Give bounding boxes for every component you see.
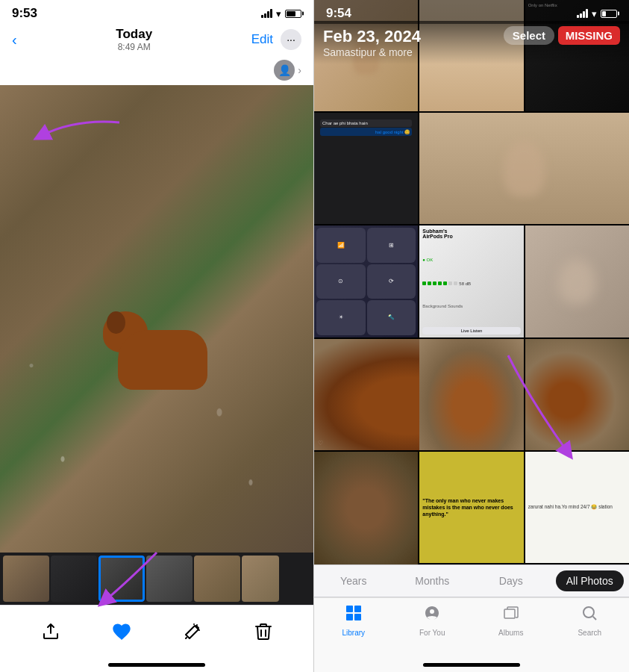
- mosaic-cell-chat[interactable]: Char ae phi bhata hain hal good night 😊: [314, 113, 418, 224]
- svg-rect-4: [354, 606, 361, 612]
- edit-button[interactable]: Edit: [251, 32, 273, 47]
- svg-point-8: [583, 607, 594, 617]
- right-panel: 9:54 ▾ Feb 23, 2024 Samastipur & more MI…: [314, 0, 629, 672]
- tab-days[interactable]: Days: [472, 565, 551, 597]
- svg-rect-6: [354, 614, 361, 620]
- signal-icon-right: [577, 9, 588, 18]
- signal-icon: [261, 9, 272, 18]
- nav-library[interactable]: Library: [314, 604, 393, 637]
- library-icon: [345, 604, 363, 626]
- missing-badge: MISSING: [558, 26, 620, 45]
- svg-rect-7: [504, 609, 515, 618]
- blurred-person: [558, 259, 595, 304]
- thumbnail-2[interactable]: [51, 556, 97, 602]
- nav-search[interactable]: Search: [551, 604, 630, 637]
- bottom-toolbar: [0, 605, 313, 657]
- mosaic-cell-person[interactable]: [419, 113, 629, 224]
- home-indicator-right: [314, 657, 629, 672]
- chevron-down-icon: ›: [298, 64, 301, 76]
- wifi-icon-right: ▾: [592, 8, 597, 19]
- thumbnail-1[interactable]: [3, 556, 49, 602]
- airpods-sounds-label: Background Sounds: [422, 304, 520, 308]
- heart-icon: [111, 621, 132, 642]
- tab-years[interactable]: Years: [314, 565, 393, 597]
- mosaic-cell-person2[interactable]: [525, 225, 629, 337]
- thumbnail-6[interactable]: [242, 556, 279, 602]
- tab-all-photos-label: All Photos: [556, 570, 624, 591]
- nav-title: Today: [116, 27, 152, 42]
- more-options-button[interactable]: ···: [281, 29, 301, 50]
- bottom-nav-right: Library For You Albums: [314, 597, 629, 657]
- library-label: Library: [342, 629, 365, 637]
- select-button[interactable]: Select: [504, 26, 554, 45]
- mosaic-cell-airpods[interactable]: Subham'sAirPods Pro ● OK 58 dB Backgroun…: [419, 225, 523, 337]
- svg-point-2: [193, 623, 195, 625]
- avatar-bar: 👤 ›: [0, 58, 313, 85]
- tab-all-photos[interactable]: All Photos: [551, 565, 630, 597]
- back-button[interactable]: ‹: [12, 31, 17, 49]
- magic-wand-icon: [184, 623, 201, 641]
- time-left: 9:53: [12, 6, 37, 21]
- trash-button[interactable]: [247, 615, 280, 648]
- magic-wand-button[interactable]: [176, 615, 209, 648]
- battery-icon: [285, 10, 301, 18]
- mosaic-cell-dog1[interactable]: [419, 339, 523, 450]
- photo-mosaic: Only on Netflix Char ae phi bhata hain h…: [314, 0, 629, 564]
- main-photo: [0, 85, 313, 553]
- tab-months[interactable]: Months: [393, 565, 472, 597]
- home-indicator-left: [0, 657, 313, 672]
- airpods-live: Live Listen: [422, 327, 520, 335]
- nav-albums[interactable]: Albums: [472, 604, 551, 637]
- svg-point-1: [198, 629, 200, 631]
- avatar: 👤: [274, 60, 295, 81]
- thumbnail-4[interactable]: [146, 556, 193, 602]
- mosaic-cell-chat2[interactable]: zarurat nahi ha.Yo mind 24/7 😂 slation: [525, 452, 629, 563]
- status-bar-right: 9:54 ▾: [314, 0, 629, 24]
- share-button[interactable]: [34, 615, 67, 648]
- mosaic-cell-control[interactable]: 📶 ⊞ ⊙ ⟳ ☀ 🔦: [314, 225, 418, 337]
- status-icons-right: ▾: [577, 8, 617, 19]
- main-photo-image: [0, 85, 313, 553]
- home-bar-left: [108, 663, 205, 667]
- svg-point-0: [196, 624, 198, 626]
- nav-subtitle: 8:49 AM: [116, 42, 152, 52]
- search-icon: [581, 604, 598, 626]
- trash-icon: [255, 623, 272, 641]
- dog-main-overlay: [103, 308, 237, 412]
- thumbnail-3-selected[interactable]: [98, 556, 145, 602]
- chat2-text: zarurat nahi ha.Yo mind 24/7 😂 slation: [528, 504, 626, 510]
- status-bar-left: 9:53 ▾: [0, 0, 313, 24]
- albums-label: Albums: [498, 629, 523, 637]
- home-bar-right: [423, 663, 520, 667]
- quote-text: "The only man who never makes mistakes i…: [422, 497, 520, 517]
- for-you-label: For You: [419, 629, 445, 637]
- airpods-battery: 58 dB: [422, 281, 520, 286]
- left-panel: 9:53 ▾ ‹ Today 8:49 AM Edit ···: [0, 0, 314, 672]
- svg-rect-5: [346, 614, 353, 620]
- albums-icon: [502, 604, 520, 626]
- nav-actions: Edit ···: [251, 29, 301, 50]
- nav-bar: ‹ Today 8:49 AM Edit ···: [0, 24, 313, 58]
- airpods-db: 58 dB: [459, 281, 471, 286]
- wifi-icon: ▾: [276, 8, 281, 19]
- airpods-title: Subham'sAirPods Pro: [422, 228, 520, 239]
- dog-ear: [107, 311, 125, 334]
- avatar-button[interactable]: 👤 ›: [274, 60, 301, 81]
- thumbnail-5[interactable]: [194, 556, 240, 602]
- back-chevron-icon: ‹: [12, 31, 17, 49]
- mosaic-cell-dog2[interactable]: [525, 339, 629, 450]
- heart-button[interactable]: [105, 615, 138, 648]
- photo-grid-area: Feb 23, 2024 Samastipur & more MISSING S…: [314, 0, 629, 564]
- search-label: Search: [578, 629, 601, 637]
- photo-tabs: Years Months Days All Photos: [314, 564, 629, 597]
- nav-for-you[interactable]: For You: [393, 604, 472, 637]
- airpods-status: ● OK: [422, 258, 520, 262]
- mosaic-cell-dog-bottom[interactable]: [314, 452, 418, 564]
- dog-body: [118, 330, 207, 390]
- nav-title-group: Today 8:49 AM: [116, 27, 152, 52]
- status-icons-left: ▾: [261, 8, 301, 19]
- control-grid: 📶 ⊞ ⊙ ⟳ ☀ 🔦: [316, 228, 416, 335]
- battery-icon-right: [601, 10, 617, 18]
- mosaic-cell-quote[interactable]: "The only man who never makes mistakes i…: [419, 452, 523, 563]
- photo-location: Samastipur & more: [323, 46, 620, 58]
